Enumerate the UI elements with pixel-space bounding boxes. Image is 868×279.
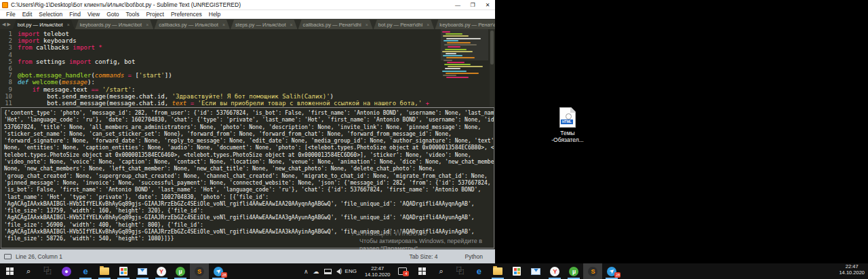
- editor-scrollbar[interactable]: [490, 29, 494, 107]
- menu-item-preferences[interactable]: Preferences: [167, 11, 205, 18]
- tab-close-icon[interactable]: ×: [366, 22, 368, 27]
- tab-4[interactable]: callbacks.py — Ренат\dhi×: [298, 20, 373, 29]
- minimap[interactable]: [441, 29, 488, 107]
- system-tray: ∧ ☁ ENG 22:47 14.10.2020 4: [304, 263, 410, 279]
- code-text: 1import telebot2import keyboards3from ca…: [0, 31, 429, 107]
- tab-label: keyboards.py — Ренат\dhi: [439, 22, 500, 28]
- desktop-icon-label-line2: -Обязател...: [548, 136, 587, 143]
- code-line-4: 4: [0, 52, 429, 58]
- search-button-2[interactable]: ⌕: [431, 263, 450, 279]
- desktop-html-file-icon[interactable]: HTML Темы -Обязател...: [548, 107, 587, 143]
- action-center-icon[interactable]: 4: [398, 267, 407, 275]
- tab-forward-icon[interactable]: ▶: [7, 22, 10, 27]
- clock-primary[interactable]: 22:47 14.10.2020: [361, 265, 394, 278]
- code-line-11: 11 bot.send_message(message.chat.id, tex…: [0, 100, 429, 107]
- menu-item-edit[interactable]: Edit: [19, 11, 36, 18]
- minimap-line: [442, 31, 450, 33]
- start-button-2[interactable]: [412, 263, 431, 279]
- tab-1[interactable]: keyboards.py — Ильяс\bot×: [75, 20, 154, 29]
- minimap-line: [448, 66, 483, 67]
- menu-item-tools[interactable]: Tools: [123, 11, 143, 18]
- utorrent-app-2[interactable]: µ: [564, 263, 583, 279]
- store-app[interactable]: [114, 263, 133, 279]
- minimap-line: [446, 73, 479, 74]
- menu-item-view[interactable]: View: [84, 11, 103, 18]
- tray-chevron-icon[interactable]: ∧: [304, 268, 309, 275]
- minimap-line: [445, 49, 467, 50]
- tab-0[interactable]: bot.py — Ильяс\bot×: [13, 20, 75, 29]
- clock-date: 14.10.2020: [365, 272, 391, 278]
- tab-label: callbacks.py — Ренат\dhi: [303, 22, 361, 28]
- clock-secondary[interactable]: 22:47 14.10.2020: [835, 263, 868, 279]
- console-output: {'content_type': 'photo', 'message_id': …: [4, 110, 491, 243]
- minimap-line: [443, 75, 456, 76]
- start-button[interactable]: [0, 263, 19, 279]
- tab-3[interactable]: steps.py — Ильяс\bot×: [231, 20, 298, 29]
- minimap-line: [447, 42, 471, 43]
- minimize-button[interactable]: —: [450, 0, 465, 10]
- close-button[interactable]: ✕: [480, 0, 495, 10]
- desktop-icon-label-line1: Темы: [548, 130, 587, 136]
- editor-scrollbar-thumb[interactable]: [490, 31, 494, 64]
- minimap-line: [444, 64, 471, 65]
- html-file-icon: HTML: [559, 107, 576, 128]
- speaker-icon[interactable]: [336, 269, 340, 274]
- code-editor[interactable]: 1import telebot2import keyboards3from ca…: [0, 29, 495, 107]
- line-number: 5: [0, 58, 18, 65]
- menu-item-help[interactable]: Help: [205, 11, 224, 18]
- tab-close-icon[interactable]: ×: [67, 22, 70, 27]
- windows-logo-icon: [6, 267, 14, 275]
- alice-app[interactable]: ●: [57, 263, 76, 279]
- screen: C:\Users\Rig-1\Desktop\Бот клиенты\Ильяс…: [0, 0, 868, 279]
- edge-app-2[interactable]: e: [469, 263, 488, 279]
- taskbar: ⌕⿻●eYµS➤28 ∧ ☁ ENG 22:47 14.10.2020 4 ⌕⿻…: [0, 263, 868, 279]
- sublime-app[interactable]: S: [190, 263, 209, 279]
- network-icon[interactable]: [324, 269, 332, 274]
- tab-close-icon[interactable]: ×: [146, 22, 149, 27]
- title-bar[interactable]: C:\Users\Rig-1\Desktop\Бот клиенты\Ильяс…: [0, 0, 495, 10]
- explorer-app-2[interactable]: [488, 263, 507, 279]
- yandex-browser-app[interactable]: Y: [152, 263, 171, 279]
- tab-close-icon[interactable]: ×: [290, 22, 293, 27]
- console-panel[interactable]: {'content_type': 'photo', 'message_id': …: [1, 107, 494, 248]
- utorrent-app[interactable]: µ: [171, 263, 190, 279]
- sublime-app-2[interactable]: S: [583, 263, 602, 279]
- menu-item-find[interactable]: Find: [66, 11, 84, 18]
- menu-item-project[interactable]: Project: [142, 11, 167, 18]
- menu-item-selection[interactable]: Selection: [35, 11, 66, 18]
- tab-size-setting[interactable]: Tab Size: 4: [409, 253, 437, 260]
- search-button[interactable]: ⌕: [19, 263, 38, 279]
- task-view-button[interactable]: ⿻: [38, 263, 57, 279]
- line-number: 10: [0, 93, 18, 100]
- cursor-position: Line 26, Column 1: [16, 253, 62, 260]
- mail-app[interactable]: [133, 263, 152, 279]
- store-app-2[interactable]: [507, 263, 526, 279]
- telegram-app[interactable]: ➤28: [209, 263, 228, 279]
- search-button-2-icon: ⌕: [439, 267, 443, 275]
- line-number: 2: [0, 37, 18, 44]
- tab-5[interactable]: bot.py — Ренат\dhi×: [374, 20, 435, 29]
- tab-back-icon[interactable]: ◀: [2, 22, 5, 27]
- cloud-icon[interactable]: ☁: [313, 268, 319, 275]
- explorer-app[interactable]: [95, 263, 114, 279]
- sublime-app-2-icon: S: [588, 267, 597, 276]
- code-line-3: 3from callbacks import *: [0, 44, 429, 51]
- task-view-button-icon: ⿻: [44, 267, 52, 275]
- code-line-9: 9 if message.text == '/start':: [0, 86, 429, 93]
- telegram-app-2[interactable]: ➤28: [602, 263, 621, 279]
- menu-item-goto[interactable]: Goto: [103, 11, 122, 18]
- syntax-language[interactable]: Python: [465, 253, 483, 260]
- minimap-line: [446, 53, 456, 54]
- mail-app-2[interactable]: [526, 263, 545, 279]
- yandex-browser-app-2[interactable]: Y: [545, 263, 564, 279]
- tab-close-icon[interactable]: ×: [427, 22, 429, 27]
- status-indicator-icon[interactable]: [4, 254, 12, 259]
- menu-item-file[interactable]: File: [3, 11, 19, 18]
- tab-2[interactable]: callbacks.py — Ильяс\bot×: [154, 20, 230, 29]
- edge-app[interactable]: e: [76, 263, 95, 279]
- tab-label: steps.py — Ильяс\bot: [235, 22, 286, 28]
- language-indicator[interactable]: ENG: [345, 268, 357, 274]
- task-view-button-2[interactable]: ⿻: [450, 263, 469, 279]
- maximize-button[interactable]: ❐: [465, 0, 480, 10]
- tab-close-icon[interactable]: ×: [222, 22, 225, 27]
